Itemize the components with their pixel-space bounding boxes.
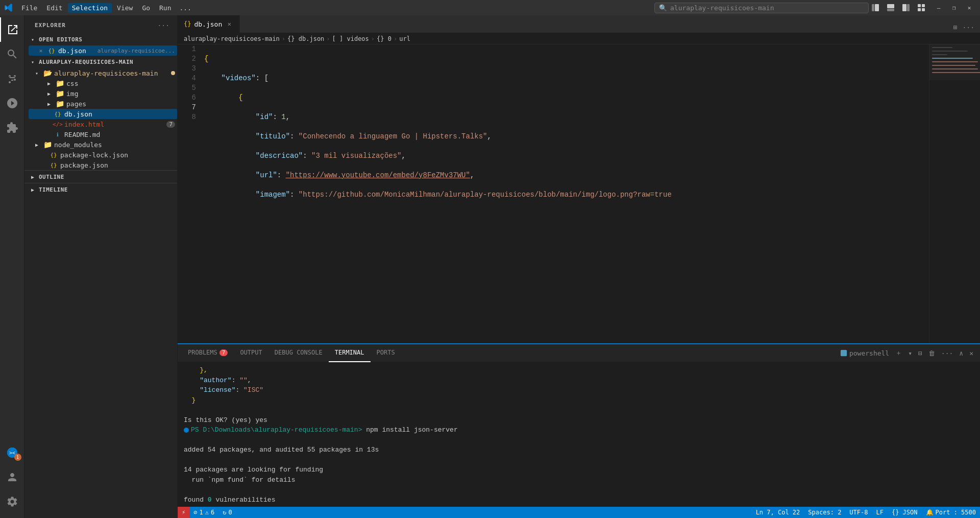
open-editor-db-json[interactable]: ✕ {} db.json aluraplay-requisicoe... (29, 45, 177, 56)
folder-name-node-modules: node_modules (54, 141, 175, 149)
menu-edit[interactable]: Edit (42, 3, 66, 13)
tab-db-json[interactable]: {} db.json ✕ (178, 15, 240, 33)
panel-tab-problems[interactable]: PROBLEMS 7 (182, 344, 234, 362)
activity-search[interactable] (0, 42, 24, 66)
code-editor[interactable]: 1 2 3 4 5 6 7 8 { "videos": [ { "id": 1,… (178, 44, 980, 343)
file-name-package-lock: package-lock.json (60, 151, 175, 159)
menu-view[interactable]: View (113, 3, 137, 13)
window-minimize[interactable]: — (932, 3, 945, 12)
code-line-8: "imagem": "https://github.com/MonicaMilh… (204, 190, 929, 200)
folder-aluraplay[interactable]: ▾ 📂 aluraplay-requisicoes-main (29, 68, 177, 78)
problems-badge: 7 (219, 349, 228, 356)
status-language-mode[interactable]: {} JSON (888, 507, 922, 518)
activity-remote[interactable]: >< 1 (0, 440, 24, 465)
file-db-json[interactable]: {} db.json (29, 109, 177, 119)
menu-more[interactable]: ... (177, 3, 194, 13)
file-index-html[interactable]: </> index.html 7 (29, 119, 177, 129)
status-remote[interactable]: ⚡ (178, 507, 189, 518)
window-close[interactable]: ✕ (963, 3, 976, 12)
activity-explorer[interactable] (0, 17, 24, 42)
terminal-select-btn[interactable]: ▾ (906, 348, 914, 359)
delete-terminal-btn[interactable]: 🗑 (927, 348, 937, 359)
section-project-root[interactable]: ▾ ALURAPLAY-REQUISICOES-MAIN (24, 56, 177, 68)
json-icon-package: {} (49, 160, 58, 170)
tab-close-btn[interactable]: ✕ (225, 20, 233, 28)
chevron-project-root: ▾ (29, 58, 37, 66)
activity-source-control[interactable] (0, 66, 24, 91)
code-content[interactable]: { "videos": [ { "id": 1, "titulo": "Conh… (202, 44, 929, 343)
spaces-text: Spaces: 2 (808, 509, 841, 516)
status-notifications[interactable]: 🔔 Port : 5500 (922, 507, 980, 518)
svg-rect-21 (929, 44, 980, 80)
status-line-ending[interactable]: LF (872, 507, 887, 518)
file-name-package-json: package.json (60, 161, 175, 169)
menu-run[interactable]: Run (155, 3, 175, 13)
folder-img[interactable]: ▶ 📁 img (29, 88, 177, 99)
status-spaces[interactable]: Spaces: 2 (804, 507, 845, 518)
activity-extensions[interactable] (0, 115, 24, 140)
term-line-2: "author": "", (184, 375, 974, 386)
activity-run-debug[interactable] (0, 91, 24, 115)
folder-name-aluraplay: aluraplay-requisicoes-main (54, 69, 171, 77)
breadcrumb: aluraplay-requisicoes-main › {} db.json … (178, 33, 980, 44)
warning-icon: ⚠ (205, 509, 209, 516)
activity-settings[interactable] (0, 489, 24, 514)
folder-css[interactable]: ▶ 📁 css (29, 78, 177, 88)
encoding-text: UTF-8 (849, 509, 868, 516)
section-label-project: ALURAPLAY-REQUISICOES-MAIN (39, 59, 133, 65)
section-label-open-editors: OPEN EDITORS (39, 36, 82, 43)
add-terminal-btn[interactable]: ＋ (894, 347, 903, 359)
file-package-json[interactable]: {} package.json (29, 160, 177, 170)
breadcrumb-root[interactable]: aluraplay-requisicoes-main (184, 35, 280, 42)
section-open-editors[interactable]: ▾ OPEN EDITORS (24, 33, 177, 45)
menu-selection[interactable]: Selection (68, 3, 112, 13)
activity-accounts[interactable] (0, 465, 24, 489)
term-line-funding1: 14 packages are looking for funding (184, 465, 974, 475)
chevron-css: ▶ (45, 79, 53, 87)
html-icon: </> (53, 120, 62, 129)
terminal-content[interactable]: }, "author": "", "license": "ISC" } Is t… (178, 362, 980, 507)
section-label-timeline: TIMELINE (39, 186, 68, 193)
layout-customize[interactable] (915, 3, 928, 12)
layout-toggle-sidebar[interactable] (869, 3, 882, 12)
panel-tab-output[interactable]: OUTPUT (234, 344, 268, 362)
close-panel-btn[interactable]: ✕ (968, 348, 975, 359)
section-label-outline: OUTLINE (39, 174, 64, 180)
file-package-lock[interactable]: {} package-lock.json (29, 150, 177, 160)
close-editor-icon[interactable]: ✕ (37, 46, 45, 55)
more-actions-btn[interactable]: ··· (961, 22, 976, 33)
split-editor-btn[interactable]: ⊞ (952, 22, 959, 33)
panel-tab-terminal[interactable]: TERMINAL (329, 344, 371, 362)
maximize-panel-btn[interactable]: ∧ (958, 348, 965, 359)
panel-tab-ports[interactable]: PORTS (371, 344, 401, 362)
search-bar[interactable]: 🔍 aluraplay-requisicoes-main (654, 3, 869, 13)
folder-icon-node-modules: 📁 (43, 140, 52, 149)
file-readme-md[interactable]: ℹ README.md (29, 129, 177, 139)
code-line-6: "descricao": "3 mil visualizações", (204, 151, 929, 161)
section-outline[interactable]: ▶ OUTLINE (24, 171, 177, 183)
folder-node-modules[interactable]: ▶ 📁 node_modules (29, 139, 177, 150)
panel-tab-debug-console[interactable]: DEBUG CONSOLE (268, 344, 329, 362)
notification-count: 1 (14, 454, 21, 461)
status-encoding[interactable]: UTF-8 (845, 507, 872, 518)
layout-toggle-panel[interactable] (884, 3, 897, 12)
menu-file[interactable]: File (17, 3, 41, 13)
breadcrumb-file[interactable]: {} db.json (287, 35, 324, 42)
folder-open-icon: 📂 (43, 68, 52, 78)
breadcrumb-0[interactable]: {} 0 (377, 35, 391, 42)
breadcrumb-url[interactable]: url (399, 35, 410, 42)
status-errors[interactable]: ⊘ 1 ⚠ 6 (189, 507, 218, 518)
folder-pages[interactable]: ▶ 📁 pages (29, 99, 177, 109)
more-terminal-btn[interactable]: ··· (940, 348, 954, 359)
breadcrumb-videos[interactable]: [ ] videos (332, 35, 369, 42)
status-sync[interactable]: ↻ 0 (218, 507, 236, 518)
status-cursor-position[interactable]: Ln 7, Col 22 (752, 507, 804, 518)
menu-go[interactable]: Go (138, 3, 154, 13)
sidebar-more-actions[interactable]: ··· (156, 20, 171, 30)
layout-toggle-secondary[interactable] (899, 3, 913, 12)
section-timeline[interactable]: ▶ TIMELINE (24, 183, 177, 196)
split-terminal-btn[interactable]: ⊟ (917, 348, 924, 359)
term-line-ok: Is this OK? (yes) yes (184, 415, 974, 426)
window-maximize[interactable]: ❐ (947, 3, 961, 12)
tab-actions: ⊞ ··· (952, 22, 980, 33)
